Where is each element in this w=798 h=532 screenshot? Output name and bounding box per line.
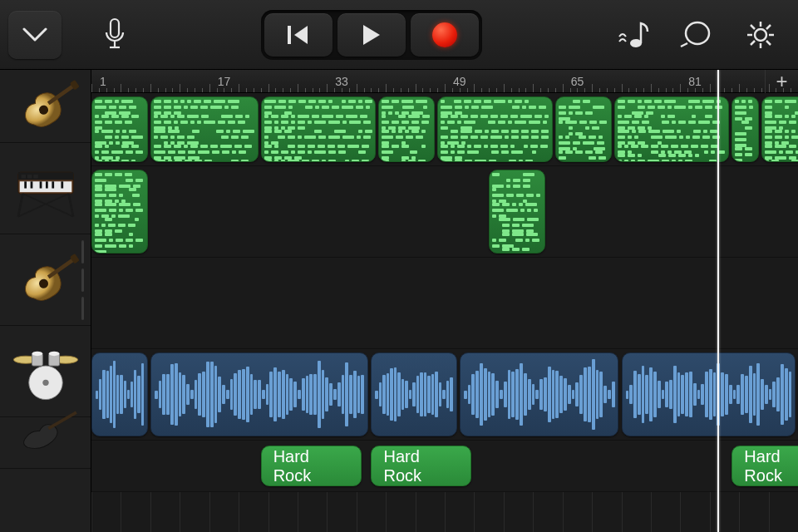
settings-icon[interactable] xyxy=(732,11,790,59)
svg-line-12 xyxy=(766,41,771,45)
track-drag-handle[interactable] xyxy=(81,240,84,320)
svg-line-31 xyxy=(68,193,73,216)
track-lane[interactable] xyxy=(91,258,798,349)
loop-region[interactable]: Hard Rock xyxy=(732,446,798,486)
midi-region[interactable] xyxy=(150,96,259,162)
bar-number: 65 xyxy=(571,75,584,88)
bar-number: 81 xyxy=(688,75,702,88)
svg-line-11 xyxy=(751,25,755,29)
svg-line-32 xyxy=(22,193,73,216)
svg-line-13 xyxy=(766,25,771,29)
svg-point-40 xyxy=(42,379,48,385)
svg-rect-45 xyxy=(47,411,76,429)
svg-line-33 xyxy=(17,193,68,216)
loop-browser-icon[interactable] xyxy=(668,11,727,59)
svg-rect-0 xyxy=(111,19,119,37)
svg-point-44 xyxy=(48,351,59,356)
rewind-button[interactable] xyxy=(264,13,332,57)
bar-number: 17 xyxy=(218,75,231,88)
loop-region[interactable]: Hard Rock xyxy=(261,446,362,486)
loop-region[interactable]: Hard Rock xyxy=(371,446,471,486)
track-headers xyxy=(0,70,91,532)
audio-region[interactable] xyxy=(371,352,456,436)
svg-rect-27 xyxy=(45,181,47,188)
timeline-area[interactable]: + 1173349658197 Hard RockHard RockHard R… xyxy=(91,70,798,532)
svg-rect-20 xyxy=(21,175,26,179)
note-quantize-icon[interactable] xyxy=(605,11,663,59)
svg-rect-28 xyxy=(52,181,54,188)
svg-point-43 xyxy=(32,351,42,356)
record-button[interactable] xyxy=(411,13,479,57)
electric-guitar-icon xyxy=(7,410,84,476)
record-icon xyxy=(432,22,457,47)
microphone-icon[interactable] xyxy=(91,11,138,59)
audio-region[interactable] xyxy=(460,352,619,436)
svg-rect-21 xyxy=(27,175,32,179)
midi-region[interactable] xyxy=(614,96,730,162)
midi-region[interactable] xyxy=(555,96,612,162)
bar-number: 1 xyxy=(100,75,106,88)
midi-region[interactable] xyxy=(761,96,798,162)
midi-region[interactable] xyxy=(732,96,758,162)
track-header-synth-keyboard[interactable] xyxy=(0,143,91,234)
toolbar xyxy=(0,0,798,70)
midi-region[interactable] xyxy=(437,96,553,162)
svg-rect-26 xyxy=(39,181,42,188)
bar-number: 33 xyxy=(335,75,348,88)
svg-point-6 xyxy=(755,29,766,41)
svg-rect-24 xyxy=(24,181,27,188)
track-lane[interactable] xyxy=(91,93,798,166)
track-lane[interactable] xyxy=(91,166,798,258)
midi-region[interactable] xyxy=(91,96,148,162)
svg-point-5 xyxy=(686,22,709,44)
audio-region[interactable] xyxy=(150,352,369,436)
svg-rect-29 xyxy=(61,181,63,188)
audio-region[interactable] xyxy=(91,352,148,436)
bar-number: 49 xyxy=(453,75,466,88)
drum-kit-icon xyxy=(7,338,84,405)
svg-rect-25 xyxy=(30,181,32,188)
midi-region[interactable] xyxy=(489,170,545,254)
svg-line-14 xyxy=(751,41,755,45)
track-lane[interactable]: Hard RockHard RockHard RockH xyxy=(91,441,798,492)
track-lanes[interactable]: Hard RockHard RockHard RockH xyxy=(91,93,798,492)
svg-rect-22 xyxy=(33,175,38,179)
transport-controls xyxy=(261,10,482,60)
audio-region[interactable] xyxy=(622,352,796,436)
svg-line-30 xyxy=(17,193,22,216)
svg-rect-3 xyxy=(288,26,291,44)
track-view-dropdown[interactable] xyxy=(8,11,62,59)
midi-region[interactable] xyxy=(378,96,435,162)
acoustic-guitar-icon xyxy=(7,73,84,140)
track-lane[interactable] xyxy=(91,349,798,441)
midi-region[interactable] xyxy=(261,96,377,162)
add-section-button[interactable]: + xyxy=(765,70,798,93)
synth-keyboard-icon xyxy=(7,155,84,222)
workspace: + 1173349658197 Hard RockHard RockHard R… xyxy=(0,70,798,532)
ruler[interactable]: + 1173349658197 xyxy=(91,70,798,93)
play-button[interactable] xyxy=(337,13,406,57)
track-header-electric-guitar[interactable] xyxy=(0,417,91,469)
track-header-acoustic-guitar[interactable] xyxy=(0,70,91,143)
track-header-drum-kit[interactable] xyxy=(0,326,91,417)
track-header-acoustic-guitar[interactable] xyxy=(0,234,91,326)
svg-rect-19 xyxy=(17,172,72,180)
acoustic-guitar-icon xyxy=(7,247,84,313)
midi-region[interactable] xyxy=(91,170,148,254)
